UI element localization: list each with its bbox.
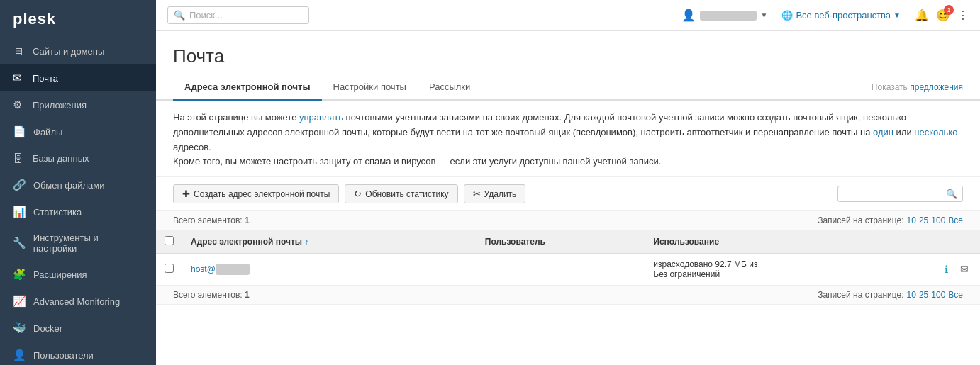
sidebar-item-users[interactable]: 👤 Пользователи [0, 342, 156, 365]
user-icon: 👤 [681, 9, 696, 22]
tabs-bar: Адреса электронной почты Настройки почты… [156, 74, 980, 101]
row-checkbox[interactable] [165, 264, 174, 273]
sidebar-logo: plesk [0, 0, 156, 38]
sidebar-item-label: Приложения [33, 100, 87, 111]
sidebar-item-label: Сайты и домены [33, 46, 104, 57]
manage-link[interactable]: управлять [299, 112, 343, 123]
row-action-icons: ℹ ✉ [939, 262, 971, 276]
per-page-all[interactable]: Все [948, 215, 963, 225]
page-content: Почта Адреса электронной почты Настройки… [156, 31, 980, 365]
table-search-input[interactable] [843, 189, 942, 199]
usage-line1: израсходовано 92.7 МБ из [653, 259, 757, 269]
topbar-icons: 🔔 😊 1 ⋮ [915, 9, 969, 22]
select-all-cell [156, 230, 182, 254]
sidebar-item-docker[interactable]: 🐳 Docker [0, 315, 156, 342]
user-settings-icon[interactable]: 😊 1 [936, 9, 950, 22]
proposals-link[interactable]: предложения [910, 82, 963, 92]
email-sort[interactable]: Адрес электронной почты ↑ [191, 237, 468, 247]
monitoring-icon: 📈 [13, 295, 26, 308]
sidebar-item-mail[interactable]: ✉ Почта [0, 64, 156, 91]
apps-icon: ⚙ [13, 99, 26, 111]
search-placeholder: Поиск... [189, 10, 223, 21]
toolbar: ✚ Создать адрес электронной почты ↻ Обно… [156, 177, 980, 211]
show-proposals: Показать предложения [872, 82, 963, 92]
one-link[interactable]: один [873, 127, 893, 137]
per-page-10[interactable]: 10 [907, 215, 916, 225]
page-title: Почта [173, 45, 963, 67]
sites-icon: 🖥 [13, 45, 26, 57]
create-icon: ✚ [182, 189, 190, 199]
sidebar-item-file-sharing[interactable]: 🔗 Обмен файлами [0, 172, 156, 198]
search-icon: 🔍 [174, 10, 185, 21]
table-row: host@ израсходовано 92.7 МБ из Без огран… [156, 254, 980, 286]
share-icon: 🔗 [13, 179, 26, 191]
tab-email-addresses[interactable]: Адреса электронной почты [173, 74, 322, 101]
sidebar-item-extensions[interactable]: 🧩 Расширения [0, 261, 156, 288]
delete-icon: ✂ [473, 189, 481, 199]
user-column-header: Пользователь [477, 230, 645, 254]
delete-button[interactable]: ✂ Удалить [464, 184, 526, 203]
usage-cell: израсходовано 92.7 МБ из Без ограничений… [645, 254, 980, 286]
send-email-icon[interactable]: ✉ [957, 262, 971, 276]
table-meta-bottom: Всего элементов: 1 Записей на странице: … [156, 286, 980, 305]
extensions-icon: 🧩 [13, 268, 26, 281]
sidebar-item-apps[interactable]: ⚙ Приложения [0, 91, 156, 118]
user-name-blurred [700, 11, 757, 21]
row-checkbox-cell [156, 254, 182, 286]
tab-mail-settings[interactable]: Настройки почты [322, 74, 418, 101]
user-cell [477, 254, 645, 286]
main-content: 🔍 Поиск... 👤 ▼ 🌐 Все веб-пространства ▼ … [156, 0, 980, 365]
sidebar-item-databases[interactable]: 🗄 Базы данных [0, 145, 156, 172]
notification-badge: 1 [944, 5, 954, 15]
email-link[interactable]: host@ [191, 264, 250, 274]
per-page-25[interactable]: 25 [919, 215, 928, 225]
sort-arrow-icon: ↑ [305, 237, 309, 246]
per-page-100-bottom[interactable]: 100 [931, 290, 945, 300]
email-cell: host@ [182, 254, 477, 286]
sidebar-nav: 🖥 Сайты и домены ✉ Почта ⚙ Приложения 📄 … [0, 38, 156, 365]
site-selector-label: Все веб-пространства [796, 10, 891, 21]
sidebar-item-label: Статистика [33, 207, 82, 218]
sidebar-item-tools[interactable]: 🔧 Инструменты и настройки [0, 225, 156, 261]
user-chevron-icon: ▼ [761, 11, 768, 19]
files-icon: 📄 [13, 125, 26, 138]
create-email-button[interactable]: ✚ Создать адрес электронной почты [173, 184, 339, 203]
total-count-bottom: Всего элементов: 1 [173, 290, 250, 300]
sidebar-item-stats[interactable]: 📊 Статистика [0, 198, 156, 225]
update-stats-button[interactable]: ↻ Обновить статистику [345, 184, 457, 203]
per-page-10-bottom[interactable]: 10 [907, 290, 916, 300]
email-column-header: Адрес электронной почты ↑ [182, 230, 477, 254]
sidebar-item-label: Обмен файлами [33, 180, 104, 191]
docker-icon: 🐳 [13, 322, 26, 335]
table-search-box[interactable]: 🔍 [837, 186, 963, 202]
tabs-left: Адреса электронной почты Настройки почты… [173, 74, 481, 99]
sidebar-item-files[interactable]: 📄 Файлы [0, 118, 156, 145]
search-box[interactable]: 🔍 Поиск... [167, 6, 309, 24]
sidebar-item-sites-domains[interactable]: 🖥 Сайты и домены [0, 38, 156, 64]
sidebar-item-advanced-monitoring[interactable]: 📈 Advanced Monitoring [0, 288, 156, 315]
per-page-top: Записей на странице: 10 25 100 Все [818, 215, 963, 225]
globe-icon: 🌐 [781, 10, 793, 21]
notifications-icon[interactable]: 🔔 [915, 9, 929, 22]
db-icon: 🗄 [13, 152, 26, 164]
total-number: 1 [245, 215, 250, 225]
per-page-all-bottom[interactable]: Все [948, 290, 963, 300]
several-link[interactable]: несколько [914, 127, 957, 137]
per-page-25-bottom[interactable]: 25 [919, 290, 928, 300]
per-page-100[interactable]: 100 [931, 215, 945, 225]
sidebar: plesk 🖥 Сайты и домены ✉ Почта ⚙ Приложе… [0, 0, 156, 365]
total-number-bottom: 1 [245, 290, 250, 300]
select-all-checkbox[interactable] [165, 236, 174, 245]
site-selector-chevron-icon: ▼ [893, 11, 901, 19]
email-domain-blurred [216, 264, 250, 275]
info-text: На этой странице вы можете управлять поч… [173, 111, 963, 169]
user-selector[interactable]: 👤 ▼ [681, 9, 768, 22]
refresh-icon: ↻ [354, 189, 362, 199]
site-selector[interactable]: 🌐 Все веб-пространства ▼ [776, 7, 906, 23]
sidebar-item-label: Advanced Monitoring [33, 296, 120, 307]
usage-line2: Без ограничений [653, 269, 757, 279]
tab-mailings[interactable]: Рассылки [418, 74, 481, 101]
info-icon[interactable]: ℹ [939, 262, 953, 276]
sidebar-item-label: Docker [33, 323, 62, 334]
more-options-icon[interactable]: ⋮ [957, 9, 969, 22]
